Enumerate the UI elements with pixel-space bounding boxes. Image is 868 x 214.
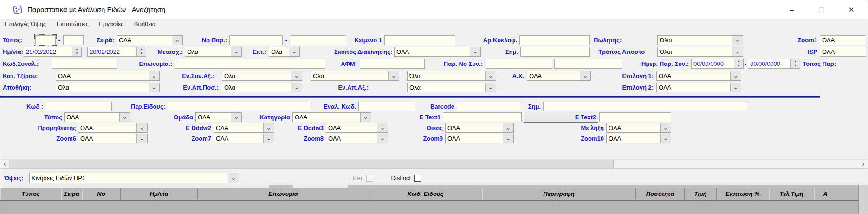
chevron-down-icon[interactable]: ⌄ [732, 36, 743, 45]
date-from-input[interactable]: 28/02/2022 ▲▼ [24, 47, 82, 57]
chevron-down-icon[interactable]: ⌄ [136, 134, 147, 143]
chevron-down-icon[interactable]: ⌄ [470, 47, 480, 56]
chevron-down-icon[interactable]: ⌄ [149, 71, 159, 80]
doc-no-to-input[interactable] [291, 35, 346, 45]
menu-printouts[interactable]: Εκτυπώσεις [52, 19, 93, 29]
chevron-down-icon[interactable]: ⌄ [660, 134, 671, 143]
menu-help[interactable]: Βοήθεια [130, 19, 160, 29]
spinner-icon[interactable]: ▲▼ [136, 47, 146, 56]
item-group-select[interactable]: ΟΛΑ ⌄ [195, 112, 242, 122]
type-from-input[interactable] [35, 35, 56, 45]
shipping-method-select[interactable]: Όλοι ⌄ [657, 47, 743, 57]
update-inv-qty-select[interactable]: Ολα ⌄ [222, 83, 302, 92]
update-inv-value-select[interactable]: Ολα ⌄ [407, 83, 496, 92]
scrollbar-thumb[interactable] [9, 160, 614, 168]
minimize-button[interactable]: – [777, 0, 806, 19]
date-to-input[interactable]: 28/02/2022 ▲▼ [87, 47, 146, 57]
grid-vertical-scrollbar[interactable] [858, 185, 868, 214]
scroll-left-icon[interactable]: ‹ [0, 160, 9, 168]
salesman-select[interactable]: Όλοι ⌄ [657, 35, 743, 45]
chevron-down-icon[interactable]: ⌄ [732, 47, 743, 56]
barcode-input[interactable] [457, 102, 520, 111]
chevron-down-icon[interactable]: ⌄ [172, 36, 182, 45]
zoom9-select[interactable]: ΟΛΑ ⌄ [445, 134, 514, 143]
turnover-cat-select[interactable]: ΟΛΑ ⌄ [56, 71, 160, 81]
print-select[interactable]: Ολα ⌄ [269, 47, 300, 57]
menu-view-options[interactable]: Επιλογές Όψης [0, 19, 50, 29]
trader-code-input[interactable] [52, 59, 117, 69]
spinner-icon[interactable]: ▲▼ [72, 47, 81, 56]
type-to-input[interactable] [63, 35, 84, 45]
item-code-input[interactable] [46, 102, 112, 111]
chevron-down-icon[interactable]: ⌄ [119, 113, 130, 122]
doc-no-from-input[interactable] [229, 35, 283, 45]
col-header-quantity[interactable]: Ποσότητα [636, 188, 685, 200]
spinner-icon[interactable]: ▲▼ [790, 59, 800, 68]
grid-body[interactable] [0, 201, 858, 214]
chevron-down-icon[interactable]: ⌄ [503, 134, 513, 143]
col-header-company[interactable]: Επωνυμία [198, 188, 369, 200]
zoom8-select[interactable]: ΟΛΑ ⌄ [326, 134, 388, 143]
horizontal-scrollbar[interactable]: ‹ › [0, 159, 868, 169]
text1-input[interactable] [384, 35, 455, 45]
col-header-discount[interactable]: Εκπτωση % [717, 188, 769, 200]
ax-select[interactable]: ΟΛΑ ⌄ [527, 71, 591, 81]
chevron-down-icon[interactable]: ⌄ [485, 71, 496, 80]
company-name-input[interactable] [175, 59, 325, 69]
etext2-input[interactable] [599, 112, 671, 122]
chevron-down-icon[interactable]: ⌄ [388, 71, 399, 80]
chevron-down-icon[interactable]: ⌄ [291, 83, 302, 92]
close-button[interactable]: ✕ [837, 0, 866, 19]
row4-select-4[interactable]: Όλοι ⌄ [407, 71, 496, 81]
menu-tasks[interactable]: Εργασίες [95, 19, 128, 29]
related-doc-date-to-input[interactable]: 00/00/0000 ▲▼ [748, 59, 800, 69]
option1-select[interactable]: ΟΛΑ ⌄ [656, 71, 741, 81]
related-doc-no-input-2[interactable] [554, 59, 622, 69]
edddw3-select[interactable]: ΟΛΑ ⌄ [326, 123, 388, 133]
item-category-select[interactable]: ΟΛΑ ⌄ [292, 112, 371, 122]
col-header-description[interactable]: Περιγραφή [482, 188, 636, 200]
chevron-down-icon[interactable]: ⌄ [231, 47, 241, 56]
edddw2-select[interactable]: ΟΛΑ ⌄ [214, 123, 274, 133]
col-header-a[interactable]: Α [814, 188, 836, 200]
zoom1-field[interactable]: ΟΛΑ [820, 35, 866, 45]
chevron-down-icon[interactable]: ⌄ [231, 113, 241, 122]
chevron-down-icon[interactable]: ⌄ [485, 83, 496, 92]
chevron-down-icon[interactable]: ⌄ [730, 71, 741, 80]
related-doc-no-input-1[interactable] [486, 59, 552, 69]
maximize-button[interactable]: ▢ [807, 0, 836, 19]
note-input[interactable] [520, 47, 590, 57]
brand-select[interactable]: ΟΛΑ ⌄ [445, 123, 514, 133]
col-header-type[interactable]: Τύπος [0, 188, 61, 200]
chevron-down-icon[interactable]: ⌄ [263, 123, 274, 132]
zoom7-select[interactable]: ΟΛΑ ⌄ [214, 134, 274, 143]
related-doc-date-from-input[interactable]: 00/00/0000 ▲▼ [691, 59, 744, 69]
grid-scroll-segment[interactable] [269, 185, 293, 188]
grid-scroll-segment[interactable] [348, 185, 858, 188]
alt-code-input[interactable] [358, 102, 415, 111]
zoom10-select[interactable]: ΟΛΑ ⌄ [606, 134, 671, 143]
transform-select[interactable]: Ολα ⌄ [185, 47, 242, 57]
chevron-down-icon[interactable]: ⌄ [730, 83, 741, 92]
chevron-down-icon[interactable]: ⌄ [580, 71, 590, 80]
item-type-select[interactable]: ΟΛΑ ⌄ [64, 112, 130, 122]
update-total-value-select[interactable]: Ολα ⌄ [222, 71, 302, 81]
series-select[interactable]: ΟΛΑ ⌄ [117, 35, 183, 45]
movement-purpose-select[interactable]: ΟΛΑ ⌄ [394, 47, 481, 57]
filter-checkbox[interactable] [366, 175, 373, 182]
spinner-icon[interactable]: ▲▼ [734, 59, 743, 68]
chevron-down-icon[interactable]: ⌄ [660, 123, 671, 132]
chevron-down-icon[interactable]: ⌄ [289, 47, 299, 56]
chevron-down-icon[interactable]: ⌄ [377, 134, 388, 143]
views-select[interactable]: Κινήσεις Ειδών ΠΡΣ ⌄ [29, 173, 239, 183]
chevron-down-icon[interactable]: ⌄ [149, 83, 159, 92]
isp-field[interactable]: ΟΛΑ [820, 47, 866, 57]
item-note-input[interactable] [543, 102, 747, 111]
zoom6-select[interactable]: ΟΛΑ ⌄ [78, 134, 148, 143]
chevron-down-icon[interactable]: ⌄ [228, 173, 239, 183]
col-header-price[interactable]: Τιμή [685, 188, 717, 200]
col-header-final-price[interactable]: Τελ.Τιμή [769, 188, 814, 200]
row4-select-3[interactable]: Ολα ⌄ [311, 71, 399, 81]
distinct-checkbox[interactable] [414, 175, 421, 182]
chevron-down-icon[interactable]: ⌄ [360, 113, 371, 122]
